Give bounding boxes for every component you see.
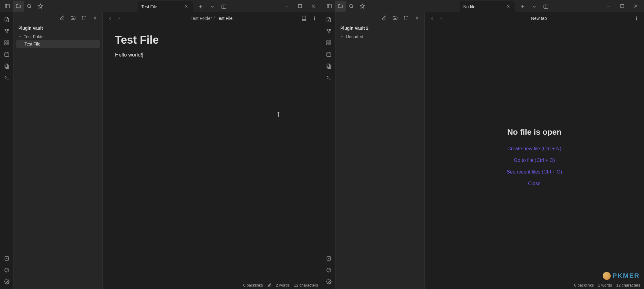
tab-label: No file	[463, 4, 476, 9]
chevron-down-icon[interactable]	[529, 1, 540, 12]
calendar-icon[interactable]	[324, 49, 334, 59]
tree-file[interactable]: Test File	[16, 40, 100, 48]
canvas-icon[interactable]	[324, 38, 334, 48]
tab-active[interactable]: No file	[460, 1, 515, 12]
header-label: New tab	[448, 16, 630, 21]
edit-mode-icon[interactable]	[267, 283, 272, 287]
search-icon[interactable]	[346, 1, 357, 12]
tree-folder[interactable]: Unsorted	[338, 33, 422, 40]
svg-point-50	[350, 4, 353, 8]
folder-icon[interactable]	[13, 1, 24, 12]
breadcrumb-separator: /	[214, 16, 215, 21]
split-icon[interactable]	[218, 1, 229, 12]
maximize-icon[interactable]	[616, 1, 629, 12]
command-icon[interactable]	[324, 73, 334, 82]
tree-folder[interactable]: Test Folder	[16, 33, 100, 40]
status-words[interactable]: 2 words	[598, 283, 612, 287]
svg-rect-25	[5, 43, 6, 45]
svg-rect-74	[329, 43, 331, 45]
svg-point-95	[636, 19, 637, 20]
create-new-file-link[interactable]: Create new file (Ctrl + N)	[507, 146, 561, 152]
svg-point-94	[636, 18, 637, 19]
svg-point-86	[328, 281, 329, 283]
close-link[interactable]: Close	[528, 181, 541, 186]
window-close-icon[interactable]	[307, 1, 320, 12]
status-chars[interactable]: 12 characters	[294, 283, 318, 287]
nav-back-icon[interactable]	[106, 15, 114, 22]
nav-forward-icon[interactable]	[438, 15, 445, 22]
close-icon[interactable]	[184, 4, 189, 9]
graph-icon[interactable]	[2, 26, 12, 36]
graph-icon[interactable]	[324, 26, 334, 36]
svg-point-35	[6, 258, 7, 259]
command-icon[interactable]	[2, 73, 12, 82]
sort-icon[interactable]	[402, 14, 410, 22]
more-icon[interactable]	[311, 15, 318, 22]
new-note-icon[interactable]	[58, 14, 66, 22]
star-icon[interactable]	[35, 1, 46, 12]
sidebar-toggle-icon[interactable]	[2, 1, 13, 12]
more-icon[interactable]	[633, 15, 640, 22]
tab-active[interactable]: Test File	[138, 1, 193, 12]
status-backlinks[interactable]: 0 backlinks	[243, 283, 263, 287]
help-icon[interactable]	[2, 265, 12, 275]
sort-icon[interactable]	[80, 14, 88, 22]
editor-content[interactable]: Test File Hello world!	[103, 24, 322, 289]
titlebar-right: No file	[322, 0, 644, 12]
new-note-icon[interactable]	[380, 14, 388, 22]
svg-point-2	[28, 4, 31, 8]
chevron-down-icon	[18, 35, 23, 39]
vault-icon[interactable]	[2, 254, 12, 263]
star-icon[interactable]	[357, 1, 368, 12]
status-chars[interactable]: 12 characters	[616, 283, 640, 287]
settings-icon[interactable]	[2, 277, 12, 287]
tab-label: Test File	[141, 4, 157, 9]
vault-icon[interactable]	[324, 254, 334, 263]
statusbar-left: 0 backlinks 2 words 12 characters	[103, 281, 322, 289]
folder-icon[interactable]	[335, 1, 346, 12]
svg-rect-73	[327, 43, 328, 45]
sidebar-left: Plugin Vault Test Folder Test File	[13, 12, 103, 289]
new-tab-icon[interactable]	[517, 1, 528, 12]
new-tab-label: New tab	[531, 16, 547, 21]
new-tab-icon[interactable]	[195, 1, 206, 12]
reading-mode-icon[interactable]	[300, 15, 308, 22]
split-icon[interactable]	[540, 1, 551, 12]
new-folder-icon[interactable]	[69, 14, 77, 22]
templates-icon[interactable]	[2, 61, 12, 71]
svg-rect-32	[6, 65, 9, 68]
note-title[interactable]: Test File	[115, 34, 309, 46]
canvas-icon[interactable]	[2, 38, 12, 48]
help-icon[interactable]	[324, 265, 334, 275]
breadcrumb[interactable]: Test Folder / Test File	[126, 16, 297, 21]
search-icon[interactable]	[24, 1, 35, 12]
nav-forward-icon[interactable]	[116, 15, 123, 22]
maximize-icon[interactable]	[294, 1, 306, 12]
calendar-icon[interactable]	[2, 49, 12, 59]
note-body[interactable]: Hello world!	[115, 52, 142, 58]
titlebar-left: Test File	[0, 0, 322, 12]
templates-icon[interactable]	[324, 61, 334, 71]
status-backlinks[interactable]: 0 backlinks	[574, 283, 594, 287]
chevron-down-icon[interactable]	[207, 1, 218, 12]
svg-point-83	[328, 258, 329, 259]
see-recent-files-link[interactable]: See recent files (Ctrl + O)	[507, 169, 562, 175]
svg-rect-26	[7, 43, 9, 45]
svg-marker-4	[38, 4, 43, 9]
nav-back-icon[interactable]	[428, 15, 436, 22]
quick-switcher-icon[interactable]	[324, 15, 334, 24]
svg-rect-12	[298, 5, 302, 8]
collapse-icon[interactable]	[413, 14, 421, 22]
close-icon[interactable]	[506, 4, 511, 9]
new-folder-icon[interactable]	[391, 14, 399, 22]
settings-icon[interactable]	[324, 277, 334, 287]
minimize-icon[interactable]	[602, 1, 615, 12]
quick-switcher-icon[interactable]	[2, 15, 12, 24]
minimize-icon[interactable]	[280, 1, 293, 12]
status-words[interactable]: 2 words	[276, 283, 290, 287]
folder-label: Unsorted	[346, 34, 363, 39]
collapse-icon[interactable]	[91, 14, 99, 22]
sidebar-toggle-icon[interactable]	[324, 1, 335, 12]
go-to-file-link[interactable]: Go to file (Ctrl + O)	[514, 158, 555, 163]
window-close-icon[interactable]	[629, 1, 642, 12]
